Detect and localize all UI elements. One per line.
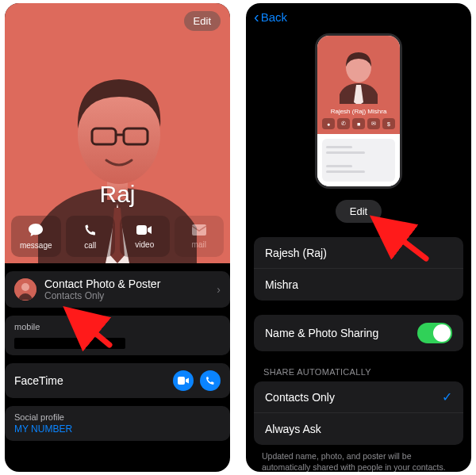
call-button[interactable]: call: [66, 216, 116, 257]
facetime-label: FaceTime: [14, 374, 63, 387]
message-label: message: [20, 241, 52, 250]
mobile-label: mobile: [5, 316, 230, 331]
option-contacts-label: Contacts Only: [265, 391, 335, 404]
message-button[interactable]: message: [11, 216, 61, 257]
first-name-field[interactable]: Rajesh (Raj): [254, 237, 463, 269]
poster-row-title: Contact Photo & Poster: [44, 278, 217, 290]
phone-number: [14, 338, 125, 349]
contact-photo-poster-row[interactable]: Contact Photo & Poster Contacts Only ›: [5, 271, 230, 308]
video-button[interactable]: video: [120, 216, 170, 257]
mail-button[interactable]: mail: [175, 216, 225, 257]
social-profile-row[interactable]: MY NUMBER: [5, 422, 230, 441]
facetime-row[interactable]: FaceTime: [5, 363, 230, 398]
photo-sharing-label: Name & Photo Sharing: [265, 327, 378, 339]
photo-sharing-row: Name & Photo Sharing: [254, 315, 463, 351]
facetime-audio-button[interactable]: [200, 370, 221, 391]
social-value: MY NUMBER: [14, 423, 72, 435]
svg-rect-9: [178, 377, 185, 385]
back-label: Back: [261, 10, 287, 24]
svg-rect-5: [136, 225, 147, 235]
preview-portrait: [335, 40, 382, 104]
mail-label: mail: [192, 240, 206, 249]
name-fields: Rajesh (Raj) Mishra: [254, 237, 463, 301]
first-name-value: Rajesh (Raj): [265, 247, 327, 259]
share-automatically-header: Share Automatically: [246, 351, 471, 381]
poster-settings-screen: ‹ Back Rajesh (Raj) Mishra ●✆■✉$: [246, 3, 471, 472]
preview-actions: ●✆■✉$: [322, 118, 395, 129]
checkmark-icon: ✓: [442, 389, 452, 404]
poster-preview: Rajesh (Raj) Mishra ●✆■✉$: [315, 33, 402, 189]
call-label: call: [84, 241, 96, 250]
message-icon: [29, 224, 43, 239]
last-name-field[interactable]: Mishra: [254, 269, 463, 301]
action-row: message call video: [11, 216, 224, 257]
nav-back[interactable]: ‹ Back: [246, 3, 471, 30]
chevron-left-icon: ‹: [254, 9, 259, 25]
contact-card-screen: Edit: [5, 3, 230, 472]
contact-details: Contact Photo & Poster Contacts Only › m…: [5, 271, 230, 441]
phone-icon: [84, 224, 97, 239]
option-ask-label: Always Ask: [265, 423, 321, 435]
contact-name: Raj: [5, 181, 230, 208]
option-always-ask[interactable]: Always Ask: [254, 413, 463, 445]
poster-row-subtitle: Contacts Only: [44, 290, 217, 301]
mail-icon: [192, 224, 206, 238]
avatar-thumb: [14, 278, 36, 301]
preview-name: Rajesh (Raj) Mishra: [331, 108, 387, 115]
video-label: video: [135, 240, 154, 249]
option-contacts-only[interactable]: Contacts Only ✓: [254, 381, 463, 413]
contact-poster: Edit: [5, 3, 230, 263]
photo-sharing-toggle[interactable]: [417, 323, 452, 343]
svg-point-8: [21, 283, 29, 291]
edit-poster-button[interactable]: Edit: [336, 200, 382, 223]
svg-rect-6: [192, 224, 206, 236]
last-name-value: Mishra: [265, 278, 298, 291]
social-label: Social profile: [5, 406, 230, 422]
video-icon: [136, 224, 152, 238]
share-footer-note: Updated name, photo, and poster will be …: [246, 445, 471, 472]
phone-number-row[interactable]: [5, 331, 230, 355]
facetime-video-button[interactable]: [173, 370, 194, 391]
chevron-right-icon: ›: [217, 283, 221, 296]
